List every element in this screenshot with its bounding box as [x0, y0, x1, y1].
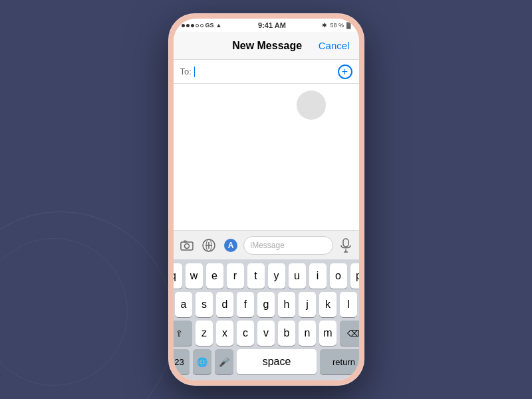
- key-l[interactable]: l: [340, 292, 357, 317]
- status-time: 9:41 AM: [258, 21, 286, 29]
- key-row-2: a s d f g h j k l: [176, 292, 357, 317]
- key-a[interactable]: a: [175, 292, 192, 317]
- key-o[interactable]: o: [330, 263, 347, 289]
- key-row-3: ⇧ z x c v b n m ⌫: [176, 321, 357, 346]
- key-y[interactable]: y: [268, 263, 285, 289]
- to-field[interactable]: To: +: [174, 60, 359, 84]
- key-w[interactable]: w: [186, 263, 203, 289]
- key-m[interactable]: m: [319, 321, 336, 346]
- key-row-bottom: 123 🌐 🎤 space return: [176, 349, 357, 374]
- signal-dot-1: [182, 24, 185, 27]
- key-x[interactable]: x: [216, 321, 233, 346]
- apps-icon[interactable]: [200, 236, 218, 255]
- numbers-key[interactable]: 123: [174, 349, 190, 374]
- key-s[interactable]: s: [196, 292, 213, 317]
- status-bar: GS ▲ 9:41 AM ✱ 58 % ▓: [174, 19, 359, 32]
- space-key[interactable]: space: [237, 349, 317, 374]
- text-cursor: [194, 66, 196, 77]
- to-label: To:: [180, 66, 192, 76]
- key-c[interactable]: c: [237, 321, 254, 346]
- bluetooth-icon: ✱: [322, 22, 327, 29]
- signal-dot-4: [196, 24, 199, 27]
- key-j[interactable]: j: [299, 292, 316, 317]
- message-area: [174, 84, 359, 230]
- nav-bar: New Message Cancel: [174, 32, 359, 60]
- status-right: ✱ 58 % ▓: [322, 22, 350, 29]
- key-f[interactable]: f: [237, 292, 254, 317]
- shift-key[interactable]: ⇧: [174, 321, 193, 346]
- imessage-input[interactable]: iMessage: [243, 236, 333, 255]
- key-v[interactable]: v: [257, 321, 275, 346]
- key-g[interactable]: g: [257, 292, 275, 317]
- status-left: GS ▲: [182, 22, 222, 29]
- key-z[interactable]: z: [196, 321, 213, 346]
- add-recipient-button[interactable]: +: [338, 65, 352, 79]
- cancel-button[interactable]: Cancel: [319, 40, 350, 51]
- key-n[interactable]: n: [299, 321, 316, 346]
- mic-icon[interactable]: [336, 236, 355, 255]
- backspace-key[interactable]: ⌫: [340, 321, 359, 346]
- signal-dot-5: [200, 24, 203, 27]
- signal-dot-3: [191, 24, 194, 27]
- mic-keyboard-key[interactable]: 🎤: [215, 349, 233, 374]
- return-key[interactable]: return: [320, 349, 359, 374]
- carrier-label: GS: [205, 22, 214, 29]
- imessage-bar: A iMessage: [174, 230, 359, 259]
- appstore-icon[interactable]: A: [221, 236, 240, 255]
- battery-label: 58 %: [330, 22, 344, 29]
- key-e[interactable]: e: [206, 263, 223, 289]
- wifi-icon: ▲: [216, 22, 222, 29]
- key-d[interactable]: d: [216, 292, 233, 317]
- key-b[interactable]: b: [278, 321, 295, 346]
- key-q[interactable]: q: [174, 263, 182, 289]
- phone-shell: GS ▲ 9:41 AM ✱ 58 % ▓ New Message Cancel…: [168, 13, 364, 386]
- keyboard: q w e r t y u i o p a s d f g h j k: [174, 259, 359, 380]
- svg-point-1: [184, 243, 189, 248]
- nav-title: New Message: [232, 40, 302, 52]
- phone-screen: GS ▲ 9:41 AM ✱ 58 % ▓ New Message Cancel…: [174, 19, 359, 380]
- key-h[interactable]: h: [278, 292, 295, 317]
- camera-icon[interactable]: [178, 236, 196, 255]
- imessage-placeholder: iMessage: [251, 241, 285, 250]
- signal-dot-2: [186, 24, 190, 27]
- battery-icon: ▓: [346, 22, 351, 29]
- svg-rect-7: [343, 239, 348, 247]
- key-u[interactable]: u: [289, 263, 306, 289]
- globe-key[interactable]: 🌐: [193, 349, 211, 374]
- contact-avatar: [297, 90, 326, 120]
- svg-text:A: A: [227, 241, 233, 250]
- key-t[interactable]: t: [247, 263, 265, 289]
- key-k[interactable]: k: [319, 292, 336, 317]
- key-r[interactable]: r: [227, 263, 244, 289]
- key-i[interactable]: i: [309, 263, 327, 289]
- key-p[interactable]: p: [350, 263, 359, 289]
- svg-rect-2: [184, 241, 186, 242]
- key-row-1: q w e r t y u i o p: [176, 263, 357, 289]
